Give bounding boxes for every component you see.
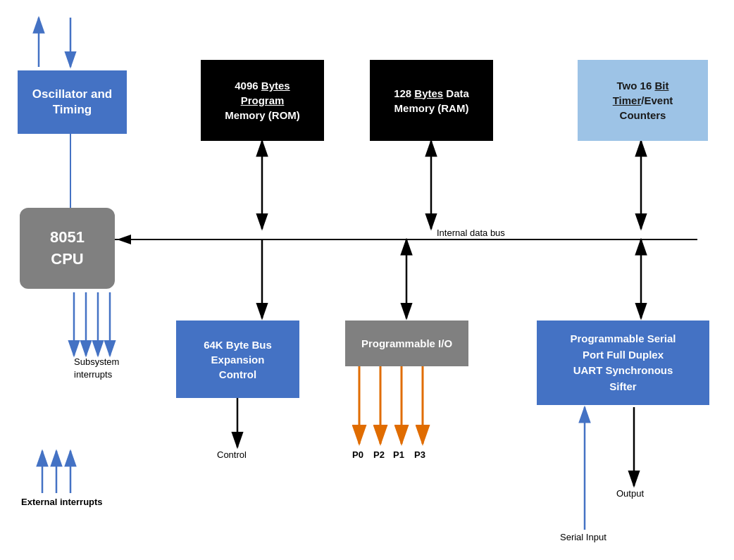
oscillator-box: Oscillator and Timing — [18, 70, 127, 134]
rom-box: 4096 Bytes Program Memory (ROM) — [201, 60, 324, 141]
internal-data-bus-label: Internal data bus — [437, 228, 505, 238]
cpu-label: 8051 CPU — [50, 227, 85, 270]
bus-expansion-label: 64K Byte Bus Expansion Control — [204, 337, 272, 382]
oscillator-label: Oscillator and Timing — [32, 87, 112, 118]
serial-label: Programmable Serial Port Full Duplex UAR… — [570, 331, 676, 394]
p3-label: P3 — [414, 449, 425, 460]
cpu-box: 8051 CPU — [20, 208, 115, 289]
p2-label: P2 — [373, 449, 385, 460]
timer-label: Two 16 Bit Timer/Event Counters — [613, 78, 673, 123]
rom-label: 4096 Bytes Program Memory (ROM) — [225, 78, 300, 123]
subsystem-interrupts-label: Subsystem interrupts — [74, 356, 119, 381]
bus-expansion-box: 64K Byte Bus Expansion Control — [176, 321, 299, 398]
serial-box: Programmable Serial Port Full Duplex UAR… — [537, 321, 709, 405]
p0-label: P0 — [352, 449, 363, 460]
pio-label: Programmable I/O — [361, 337, 452, 349]
timer-box: Two 16 Bit Timer/Event Counters — [578, 60, 708, 141]
diagram: Oscillator and Timing 4096 Bytes Program… — [0, 0, 734, 560]
serial-input-label: Serial Input — [560, 532, 607, 542]
control-label: Control — [217, 449, 247, 460]
external-interrupts-label: External interrupts — [21, 497, 103, 507]
p1-label: P1 — [393, 449, 404, 460]
ram-label: 128 Bytes Data Memory (RAM) — [394, 86, 469, 116]
ram-box: 128 Bytes Data Memory (RAM) — [370, 60, 493, 141]
pio-box: Programmable I/O — [345, 321, 468, 366]
output-label: Output — [616, 488, 644, 499]
